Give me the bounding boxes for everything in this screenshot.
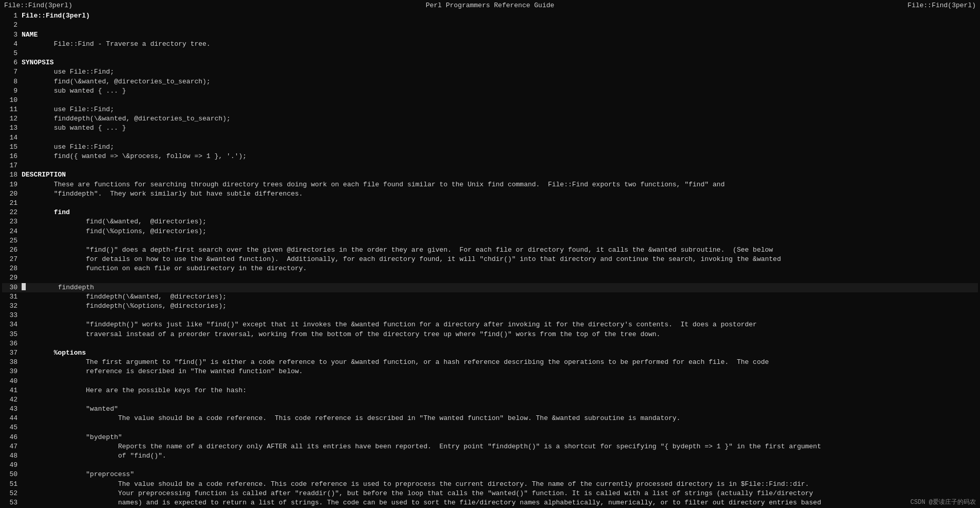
line-6: 6SYNOPSIS — [2, 58, 978, 67]
line-content-6: SYNOPSIS — [22, 58, 978, 67]
line-content-24: find(\%options, @directories); — [22, 227, 978, 236]
line-number-2: 2 — [2, 21, 18, 30]
line-number-20: 20 — [2, 189, 18, 199]
line-20: 20 "finddepth". They work similarly but … — [2, 189, 978, 199]
line-46: 46 "bydepth" — [2, 433, 978, 442]
title-left: File::Find(3perl) — [4, 1, 73, 10]
line-number-42: 42 — [2, 395, 18, 405]
line-34: 34 "finddepth()" works just like "find()… — [2, 320, 978, 329]
line-number-23: 23 — [2, 217, 18, 226]
line-number-24: 24 — [2, 227, 18, 236]
line-number-16: 16 — [2, 152, 18, 161]
line-number-38: 38 — [2, 358, 18, 367]
line-2: 2 — [2, 21, 978, 30]
footer: CSDN @爱读庄子的码农 — [910, 498, 976, 507]
line-content-30: finddepth — [26, 283, 978, 292]
line-content-42 — [22, 395, 978, 405]
line-number-6: 6 — [2, 58, 18, 67]
line-7: 7 use File::Find; — [2, 67, 978, 77]
line-content-36 — [22, 339, 978, 348]
line-content-3: NAME — [22, 30, 978, 40]
line-number-19: 19 — [2, 180, 18, 189]
line-4: 4 File::Find - Traverse a directory tree… — [2, 40, 978, 49]
line-45: 45 — [2, 423, 978, 432]
line-content-16: find({ wanted => \&process, follow => 1 … — [22, 152, 978, 161]
line-47: 47 Reports the name of a directory only … — [2, 442, 978, 451]
line-41: 41 Here are the possible keys for the ha… — [2, 386, 978, 395]
line-content-41: Here are the possible keys for the hash: — [22, 386, 978, 395]
line-content-37: %options — [22, 348, 978, 358]
line-content-21 — [22, 199, 978, 208]
line-number-7: 7 — [2, 67, 18, 77]
line-number-31: 31 — [2, 292, 18, 302]
line-content-20: "finddepth". They work similarly but hav… — [22, 189, 978, 199]
line-number-37: 37 — [2, 348, 18, 358]
line-number-30: 30 — [2, 283, 18, 292]
line-content-43: "wanted" — [22, 405, 978, 414]
line-1: 1File::Find(3perl) — [2, 11, 978, 21]
line-23: 23 find(\&wanted, @directories); — [2, 217, 978, 226]
line-content-34: "finddepth()" works just like "find()" e… — [22, 320, 978, 329]
line-number-17: 17 — [2, 161, 18, 170]
line-content-1: File::Find(3perl) — [22, 11, 978, 21]
line-number-41: 41 — [2, 386, 18, 395]
line-content-5 — [22, 49, 978, 58]
line-content-15: use File::Find; — [22, 143, 978, 152]
line-content-18: DESCRIPTION — [22, 170, 978, 180]
line-39: 39 reference is described in "The wanted… — [2, 367, 978, 376]
line-number-8: 8 — [2, 77, 18, 86]
line-content-50: "preprocess" — [22, 470, 978, 479]
line-content-7: use File::Find; — [22, 67, 978, 77]
line-content-29 — [22, 273, 978, 283]
line-16: 16 find({ wanted => \&process, follow =>… — [2, 152, 978, 161]
line-number-32: 32 — [2, 302, 18, 311]
line-36: 36 — [2, 339, 978, 348]
line-number-45: 45 — [2, 423, 18, 432]
title-bar: File::Find(3perl) Perl Programmers Refer… — [0, 0, 980, 11]
line-content-22: find — [22, 208, 978, 217]
line-number-10: 10 — [2, 96, 18, 105]
line-content-8: find(\&wanted, @directories_to_search); — [22, 77, 978, 86]
content-area: 1File::Find(3perl)23NAME4 File::Find - T… — [0, 11, 980, 508]
line-number-47: 47 — [2, 442, 18, 451]
line-number-35: 35 — [2, 330, 18, 339]
line-content-9: sub wanted { ... } — [22, 86, 978, 96]
line-content-25 — [22, 236, 978, 246]
title-center: Perl Programmers Reference Guide — [426, 1, 555, 10]
line-number-43: 43 — [2, 405, 18, 414]
line-24: 24 find(\%options, @directories); — [2, 227, 978, 236]
line-content-13: sub wanted { ... } — [22, 124, 978, 133]
line-19: 19 These are functions for searching thr… — [2, 180, 978, 189]
line-12: 12 finddepth(\&wanted, @directories_to_s… — [2, 114, 978, 124]
line-26: 26 "find()" does a depth-first search ov… — [2, 246, 978, 255]
line-25: 25 — [2, 236, 978, 246]
line-content-12: finddepth(\&wanted, @directories_to_sear… — [22, 114, 978, 124]
line-content-39: reference is described in "The wanted fu… — [22, 367, 978, 376]
line-content-46: "bydepth" — [22, 433, 978, 442]
line-22: 22 find — [2, 208, 978, 217]
line-49: 49 — [2, 461, 978, 470]
line-number-44: 44 — [2, 414, 18, 423]
line-number-13: 13 — [2, 124, 18, 133]
line-number-25: 25 — [2, 236, 18, 246]
line-53: 53 names) and is expected to return a li… — [2, 498, 978, 507]
line-17: 17 — [2, 161, 978, 170]
line-44: 44 The value should be a code reference.… — [2, 414, 978, 423]
line-number-12: 12 — [2, 114, 18, 124]
line-number-3: 3 — [2, 30, 18, 40]
line-content-23: find(\&wanted, @directories); — [22, 217, 978, 226]
line-number-34: 34 — [2, 320, 18, 329]
line-number-29: 29 — [2, 273, 18, 283]
line-18: 18DESCRIPTION — [2, 170, 978, 180]
line-content-52: Your preprocessing function is called af… — [22, 489, 978, 498]
line-content-33 — [22, 311, 978, 320]
line-15: 15 use File::Find; — [2, 143, 978, 152]
line-number-39: 39 — [2, 367, 18, 376]
line-number-28: 28 — [2, 264, 18, 273]
line-number-36: 36 — [2, 339, 18, 348]
line-number-51: 51 — [2, 480, 18, 489]
line-9: 9 sub wanted { ... } — [2, 86, 978, 96]
line-21: 21 — [2, 199, 978, 208]
line-40: 40 — [2, 377, 978, 386]
line-13: 13 sub wanted { ... } — [2, 124, 978, 133]
